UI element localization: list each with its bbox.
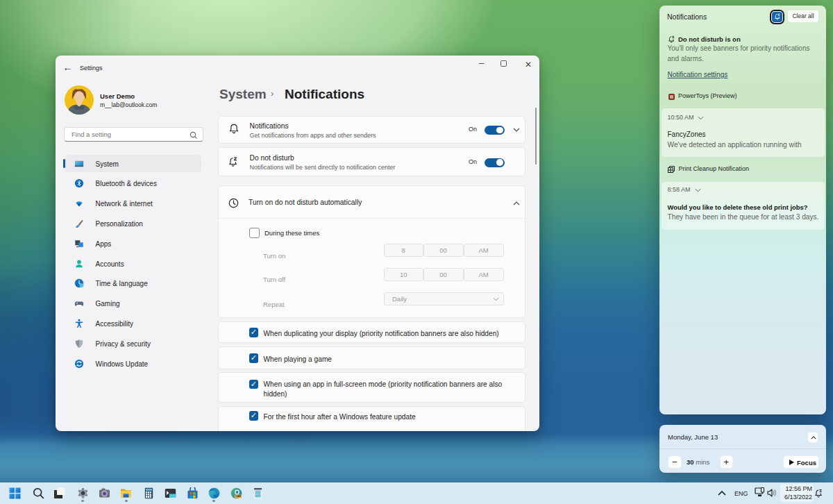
svg-text:CAM: CAM	[235, 495, 240, 498]
